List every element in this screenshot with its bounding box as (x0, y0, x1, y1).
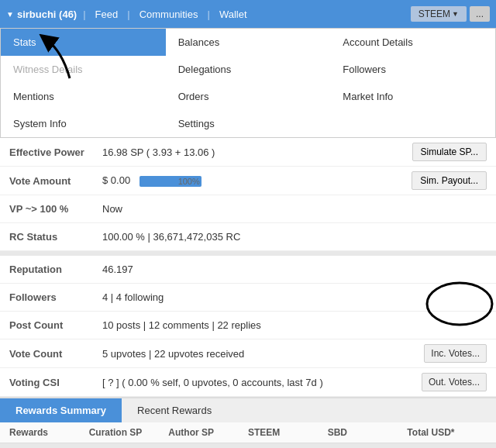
nav-username[interactable]: ▼ sirbuchi (46) (6, 9, 77, 20)
rewards-table-header: Rewards Curation SP Author SP STEEM SBD … (0, 422, 496, 443)
voting-csi-label: Voting CSI (9, 377, 102, 388)
effective-power-row: Effective Power 16.98 SP ( 3.93 + 13.06 … (0, 138, 496, 167)
followers-row: Followers 4 | 4 following (0, 284, 496, 312)
menu-item-account-details[interactable]: Account Details (330, 29, 495, 56)
steem-chevron-icon: ▼ (452, 10, 459, 18)
reputation-row: Reputation 46.197 (0, 256, 496, 284)
menu-item-stats[interactable]: Stats (1, 29, 166, 56)
menu-item-system-info[interactable]: System Info (1, 110, 166, 137)
vote-count-row: Vote Count 5 upvotes | 22 upvotes receiv… (0, 339, 496, 368)
vote-amount-value: $ 0.00 100% (102, 174, 402, 187)
chevron-down-icon: ▼ (6, 10, 14, 19)
rewards-col-steem: STEEM (248, 427, 328, 438)
stats-content: Effective Power 16.98 SP ( 3.93 + 13.06 … (0, 138, 496, 397)
vote-pct-label: 100% (178, 176, 200, 187)
vote-count-label: Vote Count (9, 348, 102, 360)
vp-label: VP ~> 100 % (9, 203, 102, 215)
menu-item-market-info[interactable]: Market Info (330, 83, 495, 110)
voting-csi-data: Voting CSI [ ? ] ( 0.00 % self, 0 upvote… (0, 368, 422, 396)
out-votes-button[interactable]: Out. Votes... (422, 373, 487, 391)
steem-dropdown-button[interactable]: STEEM ▼ (411, 6, 467, 22)
menu-item-balances[interactable]: Balances (166, 29, 331, 56)
post-count-row: Post Count 10 posts | 12 comments | 22 r… (0, 312, 496, 339)
menu-item-settings[interactable]: Settings (166, 110, 331, 137)
voting-csi-row: Voting CSI [ ? ] ( 0.00 % self, 0 upvote… (0, 368, 496, 397)
menu-item-mentions[interactable]: Mentions (1, 83, 166, 110)
post-count-value: 10 posts | 12 comments | 22 replies (102, 319, 487, 331)
effective-power-data: Effective Power 16.98 SP ( 3.93 + 13.06 … (0, 138, 412, 166)
menu-item-orders[interactable]: Orders (166, 83, 331, 110)
nav-communities-link[interactable]: Communities (136, 9, 202, 20)
sim-payout-button[interactable]: Sim. Payout... (412, 171, 487, 190)
menu-grid: Stats Balances Account Details Witness D… (0, 28, 496, 138)
more-options-button[interactable]: ... (470, 6, 490, 22)
rc-status-row: RC Status 100.00 % | 36,671,472,035 RC (0, 223, 496, 251)
vote-count-data: Vote Count 5 upvotes | 22 upvotes receiv… (0, 339, 424, 367)
nav-wallet-link[interactable]: Wallet (216, 9, 250, 20)
menu-item-delegations[interactable]: Delegations (166, 56, 331, 83)
simulate-sp-button[interactable]: Simulate SP... (412, 143, 487, 161)
nav-right-actions: STEEM ▼ ... (411, 6, 490, 22)
rewards-col-sbd: SBD (328, 427, 408, 438)
nav-feed-link[interactable]: Feed (92, 9, 122, 20)
vote-bar: 100% (140, 176, 202, 187)
vote-count-value: 5 upvotes | 22 upvotes received (102, 348, 415, 360)
menu-item-witness-details[interactable]: Witness Details (1, 56, 166, 83)
inc-votes-button[interactable]: Inc. Votes... (424, 344, 487, 363)
effective-power-label: Effective Power (9, 146, 102, 158)
vp-row: VP ~> 100 % Now (0, 195, 496, 223)
effective-power-value: 16.98 SP ( 3.93 + 13.06 ) (102, 146, 403, 158)
dropdown-menu: Stats Balances Account Details Witness D… (0, 28, 496, 138)
rewards-col-total-usd: Total USD* (407, 427, 487, 438)
rewards-col-author-sp: Author SP (168, 427, 248, 438)
rc-status-label: RC Status (9, 231, 102, 243)
rc-status-value: 100.00 % | 36,671,472,035 RC (102, 231, 487, 243)
vote-amount-data: Vote Amount $ 0.00 100% (0, 167, 412, 195)
followers-label: Followers (9, 291, 102, 303)
menu-item-followers[interactable]: Followers (330, 56, 495, 83)
tab-recent-rewards[interactable]: Recent Rewards (122, 398, 227, 422)
reputation-label: Reputation (9, 264, 102, 275)
rewards-col-rewards: Rewards (9, 427, 89, 438)
top-navbar: ▼ sirbuchi (46) | Feed | Communities | W… (0, 0, 496, 28)
post-count-label: Post Count (9, 319, 102, 331)
tab-rewards-summary[interactable]: Rewards Summary (0, 398, 122, 422)
menu-item-empty (330, 110, 495, 137)
vote-amount-label: Vote Amount (9, 175, 102, 187)
rewards-col-curation-sp: Curation SP (89, 427, 169, 438)
vp-value: Now (102, 203, 487, 215)
followers-value: 4 | 4 following (102, 291, 487, 303)
rewards-tabs-bar: Rewards Summary Recent Rewards (0, 397, 496, 422)
vote-amount-row: Vote Amount $ 0.00 100% Sim. Payout... (0, 167, 496, 195)
voting-csi-value: [ ? ] ( 0.00 % self, 0 upvotes, 0 accoun… (102, 377, 412, 388)
reputation-value: 46.197 (102, 264, 487, 275)
